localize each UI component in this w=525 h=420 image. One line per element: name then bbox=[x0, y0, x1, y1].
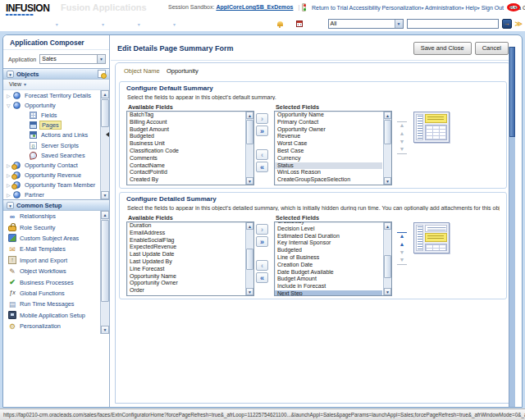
common-setup-item[interactable]: E-Mail Templates bbox=[3, 244, 109, 254]
cancel-button[interactable]: Cancel bbox=[475, 42, 509, 55]
navbar-item[interactable]: Favorites▾ bbox=[113, 21, 140, 27]
save-and-close-button[interactable]: Save and Close bbox=[413, 42, 472, 55]
common-setup-item[interactable]: Business Processes bbox=[3, 276, 109, 287]
tree-item[interactable]: ▷ Opportunity Team Member bbox=[3, 180, 109, 190]
notifications-bell-icon[interactable] bbox=[277, 21, 283, 26]
scroll-up-icon[interactable]: ▲ bbox=[384, 112, 391, 119]
search-input[interactable] bbox=[407, 19, 499, 29]
objects-section-header[interactable]: ▾ Objects bbox=[3, 68, 109, 80]
select-arrow-icon[interactable]: ▼ bbox=[395, 20, 403, 28]
field-option[interactable]: Revenue bbox=[275, 133, 382, 140]
move-down-icon[interactable]: ▼ bbox=[397, 138, 407, 146]
remove-all-icon[interactable]: « bbox=[256, 272, 268, 283]
scroll-up-icon[interactable]: ▲ bbox=[101, 90, 109, 98]
calendar-icon[interactable] bbox=[296, 21, 303, 27]
common-setup-scrollbar[interactable]: ▲ ▼ bbox=[100, 211, 109, 334]
create-object-icon[interactable] bbox=[98, 70, 106, 78]
common-setup-item[interactable]: Role Security bbox=[3, 221, 109, 232]
navbar-item[interactable]: Tags bbox=[185, 21, 198, 27]
field-option[interactable]: Opportunity Owner bbox=[127, 280, 244, 287]
move-up-icon[interactable]: ▲ bbox=[397, 130, 407, 138]
field-option[interactable]: Next Step bbox=[275, 290, 382, 296]
header-link[interactable]: Accessibility bbox=[349, 5, 382, 11]
common-setup-item[interactable]: Global Functions bbox=[3, 288, 109, 299]
remove-selected-icon[interactable]: ‹ bbox=[256, 149, 268, 160]
scroll-up-icon[interactable]: ▲ bbox=[246, 112, 253, 119]
field-option[interactable]: Estimated Deal Duration bbox=[275, 233, 382, 240]
field-option[interactable]: Billing Account bbox=[127, 119, 244, 126]
list-scrollbar[interactable]: ▲ ▼ bbox=[245, 222, 253, 295]
field-option[interactable]: CreateGroupSpaceSelection bbox=[275, 176, 382, 184]
tree-item[interactable]: Actions and Links bbox=[3, 130, 109, 140]
common-setup-item[interactable]: Import and Export bbox=[3, 255, 109, 266]
field-option[interactable]: Classification Code bbox=[127, 148, 244, 155]
field-option[interactable]: Close Date bbox=[275, 184, 382, 185]
tree-item[interactable]: ▷ Partner bbox=[3, 190, 109, 199]
common-setup-item[interactable]: Run Time Messages bbox=[3, 299, 109, 309]
expand-arrow-icon[interactable]: ▷ bbox=[7, 93, 13, 98]
field-option[interactable]: Opportunity Name bbox=[275, 112, 382, 119]
scrollbar-thumb[interactable] bbox=[509, 47, 515, 137]
field-option[interactable]: Comments bbox=[127, 155, 244, 162]
tree-item[interactable]: Server Scripts bbox=[3, 140, 109, 150]
field-option[interactable]: Include in Forecast bbox=[275, 283, 382, 290]
field-option[interactable]: Budget Amount bbox=[275, 276, 382, 283]
field-option[interactable]: Opportunity Owner bbox=[275, 126, 382, 134]
tree-item[interactable]: Saved Searches bbox=[3, 150, 109, 160]
field-option[interactable]: Created By bbox=[127, 176, 244, 184]
collapse-icon[interactable]: ▾ bbox=[7, 71, 14, 78]
field-option[interactable]: Budgeted bbox=[275, 247, 382, 254]
search-scope-select[interactable]: All▼ bbox=[328, 19, 404, 29]
header-link[interactable]: Personalization▾ bbox=[382, 5, 425, 11]
scroll-up-icon[interactable]: ▲ bbox=[101, 211, 109, 219]
field-option[interactable]: Date Budget Available bbox=[275, 269, 382, 276]
move-all-icon[interactable]: » bbox=[256, 236, 268, 247]
available-fields-list[interactable]: DurationEmailAddressEnableSocialFlagExpe… bbox=[126, 221, 254, 296]
field-option[interactable]: Last Update Date bbox=[127, 251, 244, 258]
field-option[interactable]: Status bbox=[275, 162, 382, 170]
common-setup-item[interactable]: Relationships bbox=[3, 211, 109, 221]
navbar-item[interactable]: Spaces bbox=[207, 21, 226, 27]
field-option[interactable]: Line Forecast bbox=[127, 266, 244, 273]
list-scrollbar[interactable]: ▲ ▼ bbox=[383, 222, 391, 295]
field-option[interactable]: PartyName bbox=[127, 294, 244, 296]
scrollbar-thumb[interactable] bbox=[246, 249, 253, 270]
tree-item[interactable]: Pages bbox=[3, 121, 109, 130]
remove-selected-icon[interactable]: ‹ bbox=[256, 260, 268, 271]
scroll-up-icon[interactable]: ▲ bbox=[384, 222, 391, 230]
common-setup-item[interactable]: Mobile Application Setup bbox=[3, 310, 109, 321]
selected-fields-list[interactable]: Opportunity NamePrimary ContactOpportuni… bbox=[274, 111, 392, 185]
scrollbar-thumb[interactable] bbox=[246, 120, 253, 144]
field-option[interactable]: Decision Level bbox=[275, 226, 382, 233]
navbar-item[interactable]: Watchlist▾ bbox=[149, 21, 176, 27]
field-option[interactable]: Key Internal Sponsor bbox=[275, 240, 382, 247]
field-option[interactable]: Budget Amount bbox=[127, 126, 244, 134]
common-setup-header[interactable]: ▾ Common Setup bbox=[3, 199, 109, 211]
navbar-item[interactable]: Navigator▾ bbox=[30, 21, 58, 27]
navbar-item[interactable]: Home bbox=[5, 21, 21, 27]
field-option[interactable]: Primary Contact bbox=[275, 119, 382, 126]
expand-arrow-icon[interactable]: ▷ bbox=[7, 192, 13, 198]
scroll-down-icon[interactable]: ▼ bbox=[101, 326, 109, 334]
move-all-icon[interactable]: » bbox=[256, 126, 268, 136]
collapse-icon[interactable]: ▾ bbox=[7, 202, 14, 209]
tree-view-menu[interactable]: View ▾ bbox=[3, 80, 109, 90]
field-option[interactable]: BatchTag bbox=[127, 112, 244, 119]
field-option[interactable]: Opportunity Name bbox=[127, 273, 244, 281]
field-option[interactable]: WinLoss Reason bbox=[275, 169, 382, 176]
move-to-bottom-icon[interactable]: ▼ bbox=[397, 146, 407, 154]
scrollbar-thumb[interactable] bbox=[384, 255, 391, 278]
scroll-down-icon[interactable]: ▼ bbox=[246, 288, 253, 295]
tree-item[interactable]: ▽ Opportunity bbox=[3, 100, 109, 110]
scroll-down-icon[interactable]: ▼ bbox=[384, 177, 391, 185]
list-scrollbar[interactable]: ▲ ▼ bbox=[245, 112, 253, 185]
field-option[interactable]: Currency bbox=[275, 155, 382, 162]
field-option[interactable]: ContactName bbox=[127, 162, 244, 170]
advanced-search-icon[interactable]: ≫ bbox=[515, 20, 523, 28]
remove-all-icon[interactable]: « bbox=[256, 162, 268, 172]
scrollbar-thumb[interactable] bbox=[101, 220, 109, 302]
field-option[interactable]: Business Unit bbox=[127, 140, 244, 148]
field-option[interactable]: Line of Business bbox=[275, 254, 382, 262]
move-to-top-icon[interactable]: ▲ bbox=[397, 232, 407, 240]
scroll-down-icon[interactable]: ▼ bbox=[384, 288, 391, 295]
